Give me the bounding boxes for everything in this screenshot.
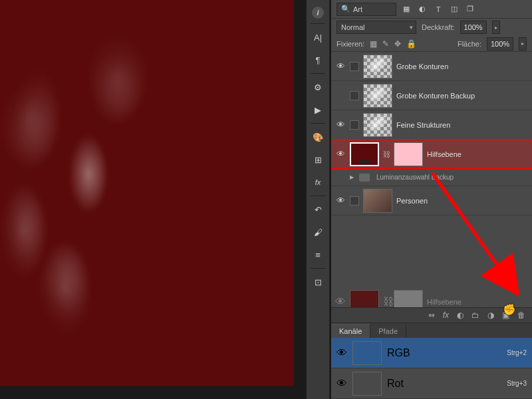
layer-name[interactable]: Grobe Konturen Backup: [396, 92, 528, 100]
channel-name[interactable]: Rot: [387, 378, 404, 390]
search-icon: 🔍: [341, 5, 350, 13]
fill-caret-icon[interactable]: ▸: [519, 37, 527, 51]
layer-name[interactable]: Feine Strukturen: [396, 121, 528, 129]
layers-footer: ⇔ fx ◐ 🗀 ◑ ▣ 🗑: [331, 307, 532, 323]
paragraph-panel-icon[interactable]: ¶: [309, 51, 327, 68]
document-canvas[interactable]: [0, 0, 294, 386]
fill-label: Fläche:: [458, 40, 481, 48]
clip-icon[interactable]: ⊞: [309, 151, 327, 168]
opacity-caret-icon[interactable]: ▸: [492, 21, 500, 34]
fx-icon[interactable]: fx: [309, 174, 327, 191]
channel-shortcut: Strg+2: [507, 349, 527, 356]
channels-list: 👁 RGB Strg+2 👁 Rot Strg+3: [331, 338, 532, 399]
lock-position-icon[interactable]: ✥: [394, 39, 401, 49]
layer-checkbox[interactable]: [350, 91, 359, 100]
visibility-toggle[interactable]: 👁: [336, 378, 347, 390]
channel-row[interactable]: 👁 Rot Strg+3: [331, 368, 532, 399]
filter-adjust-icon[interactable]: ◐: [416, 3, 428, 15]
delete-layer-icon[interactable]: 🗑: [517, 311, 525, 320]
lock-pixels-icon[interactable]: ✎: [382, 39, 389, 49]
layer-thumbnail[interactable]: [363, 55, 392, 78]
expand-icon[interactable]: ▶: [350, 174, 354, 180]
fill-input[interactable]: 100%: [487, 37, 513, 51]
filter-smart-icon[interactable]: ❐: [464, 3, 476, 15]
channel-thumbnail[interactable]: [352, 372, 382, 396]
brush-icon[interactable]: 🖌: [309, 223, 327, 241]
lock-transparency-icon[interactable]: ▦: [370, 39, 377, 49]
tab-channels[interactable]: Kanäle: [331, 324, 370, 338]
layer-thumbnail[interactable]: [363, 113, 392, 137]
blend-mode-dropdown[interactable]: Normal: [336, 21, 416, 34]
layer-filter-row: 🔍 Art ▦ ◐ T ◫ ❐: [331, 0, 532, 19]
adjustments-icon[interactable]: ⚙: [309, 78, 327, 96]
layer-row[interactable]: 👁 Grobe Konturen: [331, 52, 532, 81]
layer-row[interactable]: Grobe Konturen Backup: [331, 81, 532, 110]
layer-name[interactable]: Grobe Konturen: [396, 63, 528, 70]
layer-checkbox[interactable]: [350, 62, 359, 71]
layer-checkbox[interactable]: [350, 196, 359, 205]
panel-tabs: Kanäle Pfade: [331, 323, 532, 338]
opacity-label: Deckkraft:: [422, 23, 455, 31]
filter-type-icon[interactable]: T: [432, 3, 444, 15]
layers-icon[interactable]: ≡: [309, 246, 327, 263]
visibility-toggle[interactable]: 👁: [335, 120, 346, 130]
tab-paths[interactable]: Pfade: [370, 325, 406, 338]
channel-name[interactable]: RGB: [387, 347, 410, 359]
layer-thumbnail[interactable]: [363, 189, 392, 213]
layers-list: 👁 Grobe Konturen Grobe Konturen Backup 👁…: [331, 52, 532, 251]
filter-shape-icon[interactable]: ◫: [448, 3, 460, 15]
layer-fx-icon[interactable]: fx: [443, 311, 449, 320]
visibility-toggle[interactable]: 👁: [335, 196, 346, 205]
visibility-icon: 👁: [335, 296, 346, 308]
visibility-toggle[interactable]: 👁: [335, 149, 346, 159]
vertical-toolstrip: i A| ¶ ⚙ ▶ 🎨 ⊞ fx ↶ 🖌 ≡ ⊡: [306, 0, 330, 399]
ghost-layer-name: Hilfsebene: [427, 298, 462, 306]
link-layers-icon[interactable]: ⇔: [428, 311, 435, 320]
channel-thumbnail[interactable]: [352, 341, 382, 365]
layer-group-row[interactable]: ▶ Luminanzauswahl Backup: [331, 169, 532, 186]
layer-row[interactable]: 👁 Personen: [331, 186, 532, 215]
play-icon[interactable]: ▶: [309, 101, 327, 118]
layer-row[interactable]: 👁 Feine Strukturen: [331, 110, 532, 140]
new-group-icon[interactable]: 🗀: [471, 311, 479, 320]
history-icon[interactable]: ↶: [309, 201, 327, 218]
layer-checkbox[interactable]: [350, 120, 359, 130]
lock-label: Fixieren:: [336, 40, 364, 48]
swatches-icon[interactable]: 🎨: [309, 128, 327, 146]
character-panel-icon[interactable]: A|: [309, 29, 327, 46]
info-icon[interactable]: i: [312, 7, 324, 19]
visibility-toggle[interactable]: 👁: [336, 347, 347, 359]
filter-label: Art: [353, 5, 362, 13]
layer-row-selected[interactable]: 👁 ⛓ Hilfsebene: [331, 140, 532, 169]
layer-name[interactable]: Hilfsebene: [427, 150, 528, 158]
channel-shortcut: Strg+3: [507, 380, 527, 387]
layer-name[interactable]: Luminanzauswahl Backup: [376, 174, 528, 181]
opacity-input[interactable]: 100%: [460, 21, 487, 34]
grab-cursor-icon: ✊: [503, 303, 516, 316]
blend-mode-row: Normal Deckkraft: 100% ▸: [331, 19, 532, 36]
channel-row[interactable]: 👁 RGB Strg+2: [331, 338, 532, 368]
link-icon[interactable]: ⛓: [383, 150, 390, 158]
layer-name[interactable]: Personen: [396, 197, 528, 205]
layer-thumbnail[interactable]: [350, 142, 379, 166]
add-mask-icon[interactable]: ◐: [457, 311, 464, 320]
layer-mask-thumbnail[interactable]: [394, 142, 423, 166]
properties-icon[interactable]: ⊡: [309, 273, 327, 291]
layer-thumbnail[interactable]: [363, 84, 392, 108]
lock-row: Fixieren: ▦ ✎ ✥ 🔒 Fläche: 100% ▸: [331, 36, 532, 52]
filter-type-dropdown[interactable]: 🔍 Art: [336, 3, 396, 16]
new-adjustment-icon[interactable]: ◑: [487, 311, 494, 320]
lock-all-icon[interactable]: 🔒: [406, 39, 416, 49]
filter-pixel-icon[interactable]: ▦: [400, 3, 412, 15]
folder-icon: [359, 174, 370, 182]
visibility-toggle[interactable]: 👁: [335, 61, 346, 71]
